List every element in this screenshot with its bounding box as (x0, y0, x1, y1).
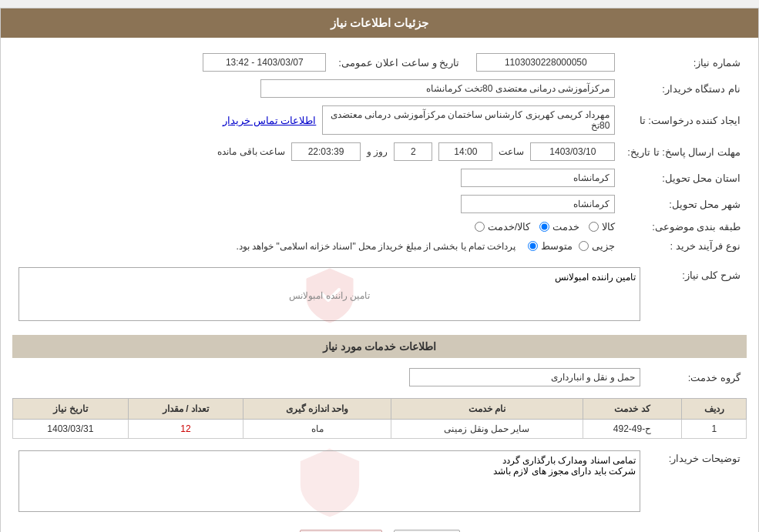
tarikh-ersal-days: 2 (394, 142, 432, 161)
services-section-title: اطلاعات خدمات مورد نیاز (12, 335, 747, 358)
farayand-jozii-label: جزیی (592, 240, 615, 252)
tabaqe-kala-option[interactable]: کالا (589, 221, 615, 233)
col-tarikh: تاریخ نیاز (13, 399, 129, 420)
shahr-label: شهر محل تحویل: (621, 191, 747, 217)
col-tedad: تعداد / مقدار (128, 399, 243, 420)
shomare-niaz-field: 1103030228000050 (476, 53, 615, 72)
tarikh-alan-value: 1403/03/07 - 13:42 (12, 49, 332, 75)
tabaqe-kala-khedmat-label: کالا/خدمت (488, 221, 531, 233)
days-label: روز و (367, 146, 388, 157)
ijad-konande-field: مهرداد کریمی کهربزی کارشناس ساختمان مرکز… (322, 105, 615, 135)
col-radif: ردیف (682, 399, 747, 420)
tabaqe-khedmat-label: خدمت (552, 221, 579, 233)
services-table: ردیف کد خدمت نام خدمت واحد اندازه گیری ت… (12, 398, 747, 439)
col-vahed: واحد اندازه گیری (243, 399, 391, 420)
tozihat-label: توضیحات خریدار: (646, 447, 747, 518)
tabaqe-kala-label: کالا (602, 221, 615, 233)
remain-label: ساعت باقی مانده (217, 146, 285, 157)
ostan-label: استان محل تحویل: (621, 165, 747, 191)
nam-dastgah-label: نام دستگاه خریدار: (621, 75, 747, 102)
ostan-field: کرمانشاه (461, 169, 615, 187)
tabaqe-khedmat-option[interactable]: خدمت (539, 221, 579, 233)
shomare-niaz-value: 1103030228000050 (467, 49, 621, 75)
grohe-khedmat-label: گروه خدمت: (646, 364, 747, 390)
farayand-jozii-option[interactable]: جزیی (579, 240, 615, 252)
tarikh-ersal-time: 14:00 (438, 142, 492, 161)
farayand-description: پرداخت تمام یا بخشی از مبلغ خریداز محل "… (236, 241, 516, 252)
shomare-niaz-label: شماره نیاز: (621, 49, 747, 75)
page-title: جزئیات اطلاعات نیاز (331, 16, 428, 29)
col-nam: نام خدمت (391, 399, 583, 420)
sharh-koli-label: شرح کلی نیاز: (646, 263, 747, 327)
tabaqe-label: طبقه بندی موضوعی: (621, 217, 747, 236)
farayand-motavaset-label: متوسط (541, 240, 573, 252)
table-row: 1ح-49-492سایر حمل ونقل زمینیماه121403/03… (13, 420, 747, 439)
tozihat-textarea[interactable] (18, 450, 640, 512)
page-header: جزئیات اطلاعات نیاز (1, 8, 758, 38)
col-kod: کد خدمت (583, 399, 682, 420)
nam-dastgah-field: مرکزآموزشی درمانی معتضدی 80تخت کرمانشاه (260, 79, 615, 98)
shahr-field: کرمانشاه (461, 195, 615, 213)
tarikh-alan-label: تاریخ و ساعت اعلان عمومی: (332, 49, 467, 75)
noe-farayand-label: نوع فرآیند خرید : (621, 236, 747, 256)
contact-info-link[interactable]: اطلاعات تماس خریدار (223, 115, 316, 126)
tarikh-ersal-remain: 22:03:39 (291, 142, 361, 161)
time-label: ساعت (499, 146, 524, 157)
tabaqe-kala-khedmat-option[interactable]: کالا/خدمت (475, 221, 531, 233)
grohe-khedmat-field: حمل و نقل و انبارداری (409, 368, 640, 386)
ijad-konande-label: ایجاد کننده درخواست: تا (621, 102, 747, 139)
farayand-motavaset-option[interactable]: متوسط (528, 240, 573, 252)
tarikh-alan-field: 1403/03/07 - 13:42 (203, 53, 326, 72)
sharh-koli-textarea[interactable] (18, 267, 640, 321)
tarikh-ersal-label: مهلت ارسال پاسخ: تا تاریخ: (621, 139, 747, 165)
tarikh-ersal-date: 1403/03/10 (530, 142, 615, 161)
